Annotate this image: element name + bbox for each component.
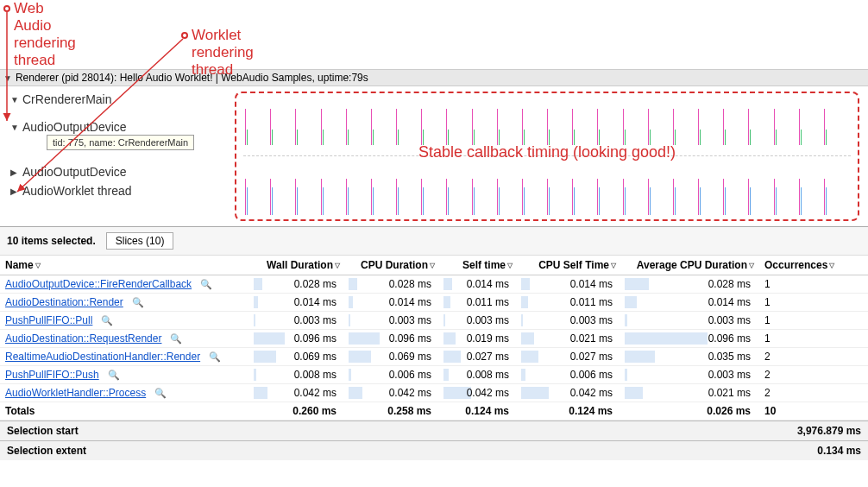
table-row[interactable]: AudioWorkletHandler::Process🔍 0.042 ms 0… xyxy=(0,384,868,402)
table-row[interactable]: AudioOutputDevice::FireRenderCallback🔍 0… xyxy=(0,275,868,294)
sort-icon: ▽ xyxy=(507,262,513,269)
col-cpuself[interactable]: CPU Self Time▽ xyxy=(518,256,621,275)
table-row[interactable]: PushPullFIFO::Pull🔍 0.003 ms 0.003 ms 0.… xyxy=(0,312,868,330)
process-title: Renderer (pid 28014): Hello Audio Workle… xyxy=(16,72,368,84)
thread-tooltip: tid: 775, name: CrRendererMain xyxy=(47,135,194,150)
sort-icon: ▽ xyxy=(829,262,834,269)
timeline-track-1 xyxy=(243,102,851,145)
table-row[interactable]: PushPullFIFO::Push🔍 0.008 ms 0.006 ms 0.… xyxy=(0,366,868,384)
timeline-area[interactable]: Stable callback timing (looking good!) xyxy=(231,86,868,226)
col-cpu[interactable]: CPU Duration▽ xyxy=(345,256,440,275)
thread-audioworklet[interactable]: ▶ AudioWorklet thread xyxy=(0,181,231,200)
slices-table: Name▽ Wall Duration▽ CPU Duration▽ Self … xyxy=(0,256,868,421)
sort-icon: ▽ xyxy=(749,262,754,269)
expand-icon[interactable]: ▼ xyxy=(10,123,19,132)
col-occ[interactable]: Occurrences▽ xyxy=(759,256,868,275)
thread-audiooutputdevice-2[interactable]: ▶ AudioOutputDevice xyxy=(0,162,231,181)
magnify-icon[interactable]: 🔍 xyxy=(209,351,221,362)
slices-button[interactable]: Slices (10) xyxy=(106,232,174,250)
col-self[interactable]: Self time▽ xyxy=(440,256,518,275)
callout-text: Stable callback timing (looking good!) xyxy=(236,143,858,161)
thread-audiooutputdevice-1[interactable]: ▼ AudioOutputDevice tid: 775, name: CrRe… xyxy=(0,117,231,136)
annotation-web-audio: Web Audio rendering thread xyxy=(14,0,76,69)
magnify-icon[interactable]: 🔍 xyxy=(154,388,167,398)
sort-icon: ▽ xyxy=(35,262,41,269)
sort-icon: ▽ xyxy=(335,262,340,269)
magnify-icon[interactable]: 🔍 xyxy=(132,297,144,307)
selection-header: 10 items selected. Slices (10) xyxy=(0,227,868,256)
timeline-track-2 xyxy=(243,172,851,215)
sort-icon: ▽ xyxy=(430,262,435,269)
selection-count: 10 items selected. xyxy=(7,235,96,247)
callout-box: Stable callback timing (looking good!) xyxy=(235,92,859,221)
col-wall[interactable]: Wall Duration▽ xyxy=(250,256,345,275)
magnify-icon[interactable]: 🔍 xyxy=(101,315,113,326)
magnify-icon[interactable]: 🔍 xyxy=(200,279,212,289)
table-row[interactable]: AudioDestination::RequestRender🔍 0.096 m… xyxy=(0,330,868,348)
table-row[interactable]: RealtimeAudioDestinationHandler::Render🔍… xyxy=(0,348,868,366)
table-row[interactable]: AudioDestination::Render🔍 0.014 ms 0.014… xyxy=(0,294,868,312)
thread-list: ▼ CrRendererMain ▼ AudioOutputDevice tid… xyxy=(0,86,231,226)
expand-icon[interactable]: ▶ xyxy=(10,168,19,177)
expand-icon[interactable]: ▶ xyxy=(10,187,19,196)
expand-icon[interactable]: ▼ xyxy=(3,73,12,83)
process-header[interactable]: ▼ Renderer (pid 28014): Hello Audio Work… xyxy=(0,69,868,86)
magnify-icon[interactable]: 🔍 xyxy=(170,333,182,344)
footer-selection-start: Selection start 3,976.879 ms xyxy=(0,421,868,440)
thread-crrenderermain[interactable]: ▼ CrRendererMain xyxy=(0,90,231,109)
totals-row: Totals0.260 ms0.258 ms0.124 ms0.124 ms0.… xyxy=(0,402,868,421)
col-name[interactable]: Name▽ xyxy=(0,256,250,275)
magnify-icon[interactable]: 🔍 xyxy=(108,370,120,380)
footer-selection-extent: Selection extent 0.134 ms xyxy=(0,440,868,460)
sort-icon: ▽ xyxy=(611,262,616,269)
expand-icon[interactable]: ▼ xyxy=(10,95,19,104)
col-avg[interactable]: Average CPU Duration▽ xyxy=(621,256,759,275)
